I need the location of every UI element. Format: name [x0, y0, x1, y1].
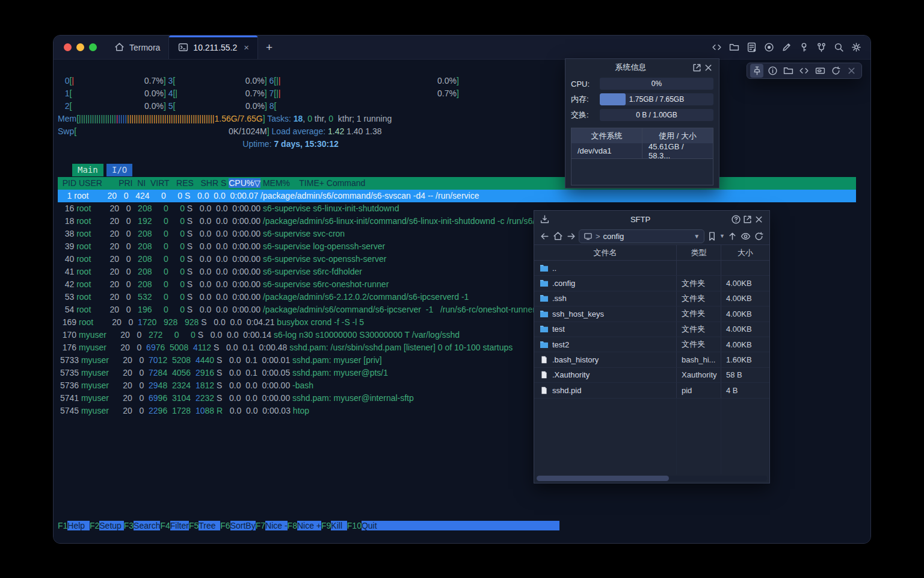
file-row[interactable]: sshd.pidpid4 B	[534, 383, 769, 398]
file-type: bash_hi...	[676, 352, 721, 367]
htop-tab-io[interactable]: I/O	[106, 164, 132, 176]
keychain-icon[interactable]	[816, 42, 827, 53]
file-type	[676, 261, 721, 275]
fkey-F7[interactable]: F7	[256, 521, 265, 530]
file-row[interactable]: test文件夹4.00KB	[534, 322, 769, 337]
fkey-label-F1[interactable]: Help	[67, 521, 90, 530]
fkey-F8[interactable]: F8	[288, 521, 297, 530]
file-row[interactable]: .config文件夹4.00KB	[534, 276, 769, 291]
log-document-icon[interactable]	[746, 42, 757, 53]
nvidia-gpu-icon[interactable]	[813, 64, 827, 78]
file-name: .config	[552, 279, 575, 288]
fkey-label-F6[interactable]: SortBy	[230, 521, 256, 530]
fkey-F1[interactable]: F1	[58, 521, 67, 530]
path-breadcrumb[interactable]: > config ▼	[579, 229, 704, 243]
close-icon[interactable]	[753, 214, 765, 225]
search-icon[interactable]	[833, 42, 845, 53]
settings-gear-icon[interactable]	[851, 42, 862, 53]
tab-termora-home[interactable]: Termora	[105, 36, 168, 59]
pin-icon[interactable]	[750, 64, 763, 78]
file-icon	[540, 356, 549, 364]
fs-column-header[interactable]: 使用 / 大小	[642, 128, 713, 143]
fkey-F5[interactable]: F5	[189, 521, 199, 530]
fs-cell: 45.61GB / 58.3...	[642, 143, 713, 158]
fkey-label-F4[interactable]: Filter	[170, 521, 189, 530]
code-icon[interactable]	[711, 42, 722, 53]
fkey-F6[interactable]: F6	[220, 521, 230, 530]
folder-icon	[540, 310, 549, 318]
meter-label: CPU:	[571, 79, 596, 89]
breadcrumb-separator: >	[596, 232, 600, 241]
file-column-header[interactable]: 类型	[676, 245, 721, 260]
horizontal-scrollbar[interactable]	[537, 476, 767, 481]
fkey-label-F2[interactable]: Setup	[99, 521, 123, 530]
minimize-window-button[interactable]	[76, 43, 84, 51]
file-name: .Xauthority	[552, 370, 590, 379]
open-external-icon[interactable]	[742, 214, 753, 225]
record-icon[interactable]	[763, 42, 775, 53]
download-icon[interactable]	[539, 214, 550, 225]
process-table-header[interactable]: PID USER PRI NI VIRT RES SHR S CPU%▽ MEM…	[58, 177, 856, 190]
fs-row[interactable]: /dev/vda145.61GB / 58.3...	[571, 143, 713, 159]
file-type: 文件夹	[676, 291, 721, 306]
fkey-F10[interactable]: F10	[347, 521, 362, 530]
up-directory-icon[interactable]	[727, 231, 738, 242]
show-hidden-eye-icon[interactable]	[740, 231, 751, 242]
fkey-label-F8[interactable]: Nice +	[297, 521, 321, 530]
htop-tab-main[interactable]: Main	[72, 164, 103, 176]
key-icon[interactable]	[798, 42, 810, 53]
close-icon[interactable]	[703, 62, 714, 73]
zoom-window-button[interactable]	[89, 43, 97, 51]
close-icon[interactable]	[845, 64, 858, 78]
tab-session[interactable]: 10.211.55.2 ×	[168, 36, 258, 59]
folder-icon[interactable]	[782, 64, 795, 78]
file-name: test2	[552, 340, 569, 349]
tab-bar: Termora 10.211.55.2 × +	[54, 36, 870, 60]
htop-meter-line: 1[ 0.0%] 4[| 0.7%] 7[|| 0.7%]	[58, 87, 459, 100]
file-type: 文件夹	[676, 276, 721, 290]
new-tab-button[interactable]: +	[258, 36, 280, 59]
refresh-icon[interactable]	[829, 64, 842, 78]
code-icon[interactable]	[798, 64, 811, 78]
process-row[interactable]: 1 root 20 0 424 0 0 S 0.0 0.0 0:00.07 /p…	[58, 190, 856, 202]
file-row[interactable]: .XauthorityXauthority58 B	[534, 368, 769, 383]
refresh-icon[interactable]	[753, 231, 765, 242]
fs-column-header[interactable]: 文件系统	[571, 128, 642, 143]
scrollbar-thumb[interactable]	[537, 476, 669, 481]
fkey-F2[interactable]: F2	[90, 521, 99, 530]
file-row[interactable]: ssh_host_keys文件夹4.00KB	[534, 306, 769, 322]
fkey-label-F10[interactable]: Quit	[362, 521, 381, 530]
file-row[interactable]: .ssh文件夹4.00KB	[534, 291, 769, 306]
file-size: 1.60KB	[721, 352, 769, 367]
file-column-header[interactable]: 文件名	[534, 245, 676, 260]
fkey-label-F7[interactable]: Nice -	[265, 521, 288, 530]
file-row[interactable]: .bash_historybash_hi...1.60KB	[534, 352, 769, 367]
edit-pencil-icon[interactable]	[781, 42, 792, 53]
fkey-F9[interactable]: F9	[321, 521, 331, 530]
function-key-bar: F1Help F2Setup F3SearchF4FilterF5Tree F6…	[58, 520, 559, 532]
file-row[interactable]: ..	[534, 261, 769, 276]
file-row[interactable]: test2文件夹4.00KB	[534, 337, 769, 352]
bookmark-dropdown-icon[interactable]: ▼	[719, 233, 725, 239]
help-icon[interactable]	[730, 214, 742, 225]
fkey-label-F5[interactable]: Tree	[199, 521, 220, 530]
back-icon[interactable]	[539, 231, 550, 242]
folder-icon[interactable]	[728, 42, 740, 53]
info-icon[interactable]	[766, 64, 779, 78]
htop-meter-line: 0[| 0.7%] 3[ 0.0%] 6[|| 0.0%]	[58, 75, 459, 87]
chevron-down-icon[interactable]: ▼	[694, 233, 700, 240]
column-divider	[534, 399, 769, 474]
fkey-label-F3[interactable]: Search	[134, 521, 160, 530]
file-column-header[interactable]: 大小	[721, 245, 769, 260]
close-tab-icon[interactable]: ×	[244, 42, 249, 52]
close-window-button[interactable]	[64, 43, 72, 51]
fkey-F3[interactable]: F3	[124, 521, 134, 530]
folder-icon	[540, 341, 549, 349]
bookmark-icon[interactable]	[706, 231, 718, 242]
fkey-F4[interactable]: F4	[160, 521, 170, 530]
home-icon[interactable]	[552, 231, 564, 242]
folder-icon	[540, 279, 549, 287]
fkey-label-F9[interactable]: Kill	[331, 521, 346, 530]
open-external-icon[interactable]	[691, 62, 703, 73]
forward-icon[interactable]	[565, 231, 577, 242]
